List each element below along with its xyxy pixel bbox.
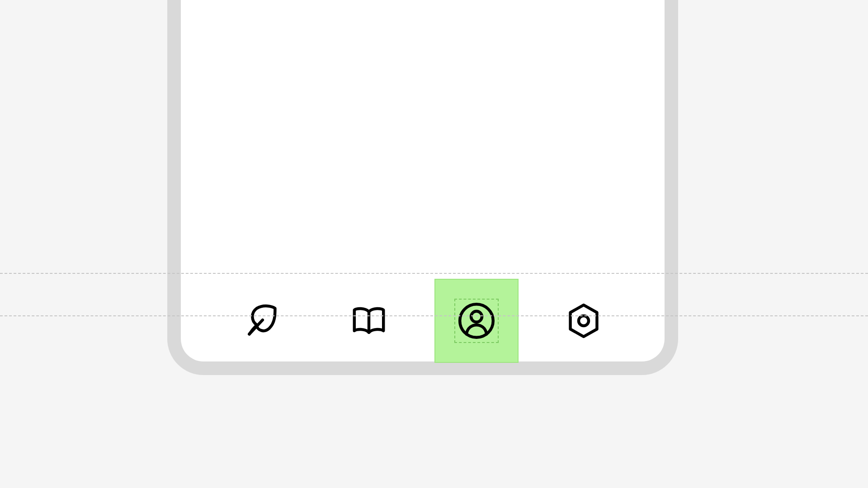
alignment-guideline-top [0,273,868,274]
nav-item-settings[interactable] [542,279,626,363]
nav-item-leaf[interactable] [220,279,304,363]
nav-item-profile[interactable] [434,279,519,363]
profile-icon [456,300,497,342]
device-frame [167,0,678,375]
alignment-guideline-bottom [0,315,868,316]
nav-item-book[interactable] [327,279,411,363]
leaf-icon [241,300,283,342]
svg-point-2 [579,316,589,326]
settings-icon [563,300,604,342]
device-screen [181,0,665,361]
svg-point-1 [471,311,482,322]
book-icon [348,300,390,342]
bottom-navigation-bar [181,289,665,352]
